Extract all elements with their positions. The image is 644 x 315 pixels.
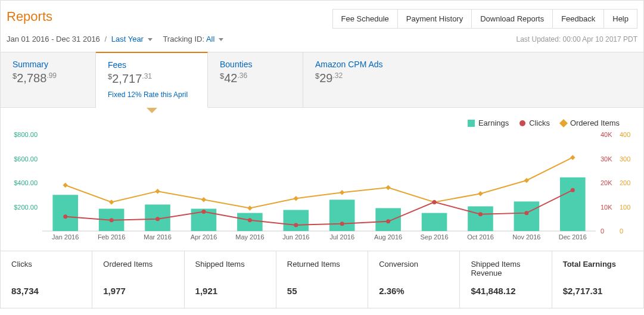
svg-rect-21 [329, 199, 355, 231]
svg-rect-42 [201, 197, 206, 202]
svg-text:0: 0 [620, 227, 623, 235]
svg-point-60 [478, 212, 483, 216]
svg-point-58 [386, 219, 390, 223]
tab-fees[interactable]: Fees $2,717.31 Fixed 12% Rate this April [96, 52, 208, 108]
tab-note-link[interactable]: Fixed 12% Rate this April [108, 91, 195, 99]
legend-earnings: Earnings [468, 118, 509, 127]
metric-clicks: Clicks83,734 [1, 251, 92, 308]
svg-rect-39 [63, 183, 67, 188]
svg-rect-40 [109, 199, 114, 204]
tab-amount: $42.36 [220, 71, 291, 85]
chart-svg: $800.00$600.00$400.00$200.0040K30K20K10K… [7, 131, 637, 244]
svg-text:10K: 10K [601, 204, 612, 211]
caret-down-icon [148, 38, 153, 41]
tracking-id-dropdown[interactable]: All [206, 35, 223, 43]
tab-label: Amazon CPM Ads [315, 60, 631, 69]
svg-point-55 [248, 218, 252, 222]
metric-revenue: Shipped Items Revenue$41,848.12 [460, 251, 552, 308]
svg-rect-44 [294, 196, 298, 201]
date-controls: Jan 01 2016 - Dec 31 2016 / Last Year Tr… [7, 35, 223, 43]
svg-text:300: 300 [620, 155, 630, 163]
svg-rect-48 [478, 191, 483, 196]
chart-legend: Earnings Clicks Ordered Items [7, 118, 637, 131]
nav-help[interactable]: Help [603, 10, 637, 28]
svg-rect-50 [570, 155, 575, 160]
svg-text:Apr 2016: Apr 2016 [191, 233, 217, 241]
tracking-id-label: Tracking ID: [163, 35, 204, 43]
legend-ordered: Ordered Items [561, 118, 620, 127]
svg-rect-15 [52, 195, 78, 231]
svg-point-61 [524, 211, 528, 215]
last-updated: Last Updated: 00:00 Apr 10 2017 PDT [517, 35, 637, 43]
svg-point-53 [155, 217, 160, 221]
caret-down-icon [219, 38, 223, 41]
svg-rect-45 [340, 190, 344, 195]
subheader: Jan 01 2016 - Dec 31 2016 / Last Year Tr… [1, 29, 643, 52]
tab-amount: $2,788.99 [13, 71, 83, 85]
svg-text:Jul 2016: Jul 2016 [329, 233, 354, 241]
nav-feedback[interactable]: Feedback [552, 10, 603, 28]
svg-point-62 [571, 188, 575, 192]
tab-label: Summary [13, 60, 83, 69]
legend-clicks: Clicks [519, 118, 550, 127]
svg-point-54 [201, 210, 206, 214]
svg-text:Aug 2016: Aug 2016 [374, 233, 402, 241]
svg-text:200: 200 [620, 179, 630, 186]
page-title: Reports [7, 9, 52, 24]
nav-download-reports[interactable]: Download Reports [471, 10, 552, 28]
svg-text:Feb 2016: Feb 2016 [98, 233, 125, 241]
metric-returned: Returned Items55 [276, 251, 368, 308]
nav-fee-schedule[interactable]: Fee Schedule [333, 10, 397, 28]
tab-amount: $29.32 [315, 71, 631, 85]
svg-text:30K: 30K [601, 155, 612, 163]
chart-area: Earnings Clicks Ordered Items $800.00$60… [1, 108, 643, 251]
svg-rect-24 [468, 206, 493, 231]
svg-text:Nov 2016: Nov 2016 [512, 233, 540, 241]
tab-summary[interactable]: Summary $2,788.99 [1, 52, 96, 107]
reports-page: Reports Fee Schedule Payment History Dow… [0, 0, 644, 308]
nav-payment-history[interactable]: Payment History [397, 10, 471, 28]
svg-text:$800.00: $800.00 [14, 131, 38, 138]
svg-point-51 [63, 214, 67, 219]
square-icon [468, 120, 475, 127]
svg-rect-46 [385, 185, 390, 190]
svg-rect-20 [284, 210, 309, 231]
metric-ordered: Ordered Items1,977 [92, 251, 184, 308]
svg-rect-26 [560, 177, 586, 231]
svg-text:Oct 2016: Oct 2016 [467, 233, 494, 241]
tab-amount: $2,717.31 [108, 72, 195, 86]
svg-text:Sep 2016: Sep 2016 [420, 233, 448, 241]
svg-text:20K: 20K [601, 179, 612, 186]
svg-point-56 [294, 223, 298, 227]
svg-rect-49 [524, 178, 529, 183]
date-range-text: Jan 01 2016 - Dec 31 2016 [7, 35, 100, 43]
svg-text:$600.00: $600.00 [14, 155, 38, 163]
svg-text:$400.00: $400.00 [14, 179, 38, 186]
metric-shipped: Shipped Items1,921 [185, 251, 276, 308]
svg-point-57 [340, 222, 344, 226]
svg-text:May 2016: May 2016 [235, 233, 264, 241]
tab-cpm-ads[interactable]: Amazon CPM Ads $29.32 [303, 52, 643, 107]
date-preset-label: Last Year [111, 35, 144, 43]
tab-label: Bounties [220, 60, 291, 69]
header: Reports Fee Schedule Payment History Dow… [1, 1, 643, 29]
svg-text:$200.00: $200.00 [14, 204, 38, 211]
tab-bounties[interactable]: Bounties $42.36 [208, 52, 303, 107]
svg-point-59 [433, 200, 437, 204]
svg-text:40K: 40K [601, 131, 612, 138]
header-nav: Fee Schedule Payment History Download Re… [332, 9, 637, 29]
dot-icon [519, 120, 525, 126]
svg-rect-25 [514, 201, 540, 231]
svg-text:400: 400 [620, 131, 630, 138]
report-tabs: Summary $2,788.99 Fees $2,717.31 Fixed 1… [1, 52, 643, 108]
svg-point-52 [110, 218, 114, 222]
svg-text:Mar 2016: Mar 2016 [144, 233, 171, 241]
separator: / [104, 35, 107, 43]
svg-text:100: 100 [620, 204, 630, 211]
date-preset-dropdown[interactable]: Last Year [111, 35, 154, 43]
metric-total: Total Earnings$2,717.31 [552, 251, 643, 308]
svg-text:Jun 2016: Jun 2016 [282, 233, 309, 241]
tracking-id-value: All [206, 35, 214, 43]
svg-text:Jan 2016: Jan 2016 [52, 233, 79, 241]
diamond-icon [559, 118, 568, 127]
